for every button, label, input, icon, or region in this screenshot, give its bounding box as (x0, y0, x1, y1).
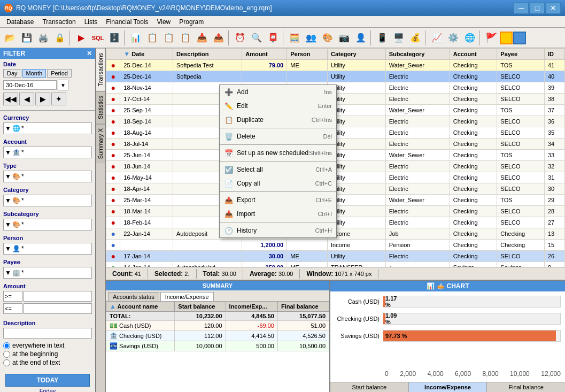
date-tab-month[interactable]: Month (22, 69, 47, 78)
ctx-duplicate[interactable]: 📋 Duplicate Ctrl+Ins (220, 113, 336, 127)
description-input[interactable] (3, 328, 92, 339)
tb-paint[interactable]: 🎨 (320, 30, 336, 46)
ctx-select-all[interactable]: ☑️ Select all Ctrl+A (220, 163, 336, 176)
tb-box1[interactable] (500, 32, 513, 44)
filter-close-button[interactable]: ✕ (87, 50, 92, 57)
subcategory-select[interactable]: ▼ 🎨 * (3, 219, 92, 230)
summary-tab-income[interactable]: Income/Expense (160, 292, 214, 301)
menu-database[interactable]: Database (2, 17, 38, 27)
maximize-button[interactable]: □ (530, 2, 545, 14)
th-payee[interactable]: Payee (497, 49, 545, 60)
th-person[interactable]: Person (287, 49, 328, 60)
title-controls[interactable]: ─ □ ✕ (514, 2, 561, 14)
th-description[interactable]: Description (173, 49, 242, 60)
tb-table4[interactable]: 📋 (177, 30, 194, 46)
category-select[interactable]: ▼ 🎨 * (3, 195, 92, 206)
tb-lock[interactable]: 🔒 (52, 30, 68, 46)
summary-tab-accounts[interactable]: Accounts status (108, 292, 159, 301)
date-prev-prev-button[interactable]: ◀◀ (3, 93, 18, 105)
amount-lte-op[interactable]: <= (3, 303, 22, 314)
tb-camera[interactable]: 📷 (336, 30, 352, 46)
person-select[interactable]: ▼ 👤 * (3, 243, 92, 255)
amount-lte-input[interactable] (24, 303, 92, 314)
date-tab-day[interactable]: Day (3, 69, 21, 78)
ctx-import[interactable]: 📥 Import Ctrl+I (220, 207, 336, 221)
ctx-schedule[interactable]: 📅 Set up as new scheduled Shift+Ins (220, 146, 336, 160)
tb-table2[interactable]: 📋 (144, 30, 160, 46)
amount-gte-input[interactable] (24, 291, 92, 302)
tb-mail[interactable]: 📮 (265, 30, 281, 46)
th-date[interactable]: ▼ Date (120, 49, 173, 60)
table-row[interactable]: ● 1,200.00 Income Pension Checking Check… (106, 240, 565, 251)
tb-money[interactable]: 💰 (407, 30, 423, 46)
ctx-add[interactable]: ➕ Add Ins (220, 85, 336, 99)
tb-person[interactable]: 👤 (353, 30, 369, 46)
amount-gte-op[interactable]: >= (3, 291, 22, 302)
today-button[interactable]: TODAY (5, 374, 90, 387)
side-tab-summary[interactable]: Summary X (96, 124, 105, 163)
menu-financial-tools[interactable]: Financial Tools (102, 17, 152, 27)
table-row[interactable]: ● 17-Jan-14 30.00 ME Utility Electric Ch… (106, 251, 565, 262)
date-tab-period[interactable]: Period (47, 69, 72, 78)
side-tab-statistics[interactable]: Statistics (96, 91, 105, 124)
tb-open[interactable]: 📂 (2, 30, 18, 46)
date-input[interactable] (3, 80, 57, 90)
close-button[interactable]: ✕ (546, 2, 561, 14)
minimize-button[interactable]: ─ (514, 2, 529, 14)
radio-everywhere[interactable]: everywhere in text (3, 342, 92, 349)
account-select[interactable]: ▼ 🏦 * (3, 147, 92, 158)
radio-beginning[interactable]: at the beginning (3, 350, 92, 358)
menu-program[interactable]: Program (175, 17, 208, 27)
payee-select[interactable]: ▼ 🏢 * (3, 267, 92, 279)
tb-table1[interactable]: 📊 (128, 30, 144, 46)
radio-end-input[interactable] (3, 359, 10, 366)
menu-transaction[interactable]: Transaction (38, 17, 80, 27)
currency-select[interactable]: ▼ 🌐 * (3, 122, 92, 134)
tb-clock[interactable]: ⏰ (232, 30, 248, 46)
tb-play[interactable]: ▶ (73, 30, 89, 46)
th-account[interactable]: Account (450, 49, 497, 60)
tb-settings[interactable]: ⚙️ (445, 30, 461, 46)
side-tab-transactions[interactable]: Transactions (96, 48, 105, 91)
date-prev-button[interactable]: ◀ (19, 93, 34, 105)
table-row[interactable]: ● 14-Jan-14 Autoscheduled 250.00 ME TRAN… (106, 262, 565, 267)
tb-flag[interactable]: 🚩 (483, 30, 499, 46)
tb-mobile[interactable]: 📱 (374, 30, 390, 46)
th-subcategory[interactable]: Subcategory (385, 49, 450, 60)
tb-box2[interactable] (513, 32, 526, 44)
tb-db[interactable]: 🗄️ (106, 30, 122, 46)
chart-tab-start[interactable]: Start balance (330, 382, 409, 392)
tb-search[interactable]: 🔍 (249, 30, 265, 46)
table-row[interactable]: ● 25-Dec-14 Softpedia Utility Electric C… (106, 71, 565, 82)
chart-tab-final[interactable]: Final balance (487, 382, 565, 392)
radio-beginning-input[interactable] (3, 351, 10, 358)
date-dropdown-button[interactable]: ▼ (58, 80, 68, 90)
chart-tab-income[interactable]: Income/Expense (409, 382, 487, 392)
tb-print[interactable]: 🖨️ (35, 30, 51, 46)
th-id[interactable]: ID (544, 49, 564, 60)
tb-export[interactable]: 📤 (211, 30, 227, 46)
type-select[interactable]: ▼ 🎨 * (3, 171, 92, 182)
tb-chart[interactable]: 📈 (429, 30, 445, 46)
radio-everywhere-input[interactable] (3, 342, 10, 349)
tb-calc[interactable]: 🧮 (287, 30, 303, 46)
tb-sql[interactable]: SQL (90, 30, 106, 46)
table-row[interactable]: ● 25-Dec-14 Softpedia Test 79.00 ME Util… (106, 60, 565, 71)
date-star-button[interactable]: ✦ (51, 93, 66, 105)
ctx-copy-all[interactable]: 📄 Copy all Ctrl+C (220, 176, 336, 190)
th-category[interactable]: Category (327, 49, 385, 60)
tb-table3[interactable]: 📋 (161, 30, 177, 46)
menu-lists[interactable]: Lists (80, 17, 102, 27)
radio-end[interactable]: at the end of text (3, 359, 92, 366)
tb-import[interactable]: 📥 (194, 30, 210, 46)
menu-view[interactable]: View (152, 17, 175, 27)
ctx-history[interactable]: 🕐 History Ctrl+H (220, 224, 336, 237)
date-next-button[interactable]: ▶ (35, 93, 50, 105)
ctx-delete[interactable]: 🗑️ Delete Del (220, 129, 336, 143)
tb-globe[interactable]: 🌐 (462, 30, 478, 46)
tb-monitor[interactable]: 🖥️ (391, 30, 407, 46)
tb-users[interactable]: 👥 (303, 30, 319, 46)
ctx-edit[interactable]: ✏️ Edit Enter (220, 99, 336, 113)
tb-save[interactable]: 💾 (19, 30, 35, 46)
th-amount[interactable]: Amount (242, 49, 287, 60)
